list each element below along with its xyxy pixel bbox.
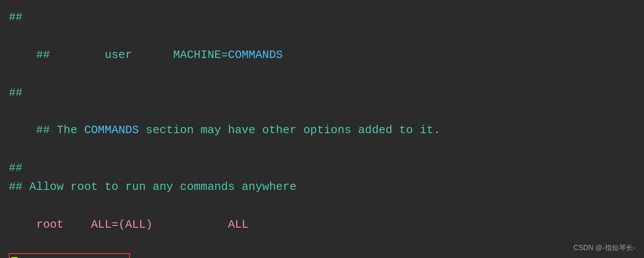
- commands-keyword: COMMANDS: [228, 48, 283, 62]
- watermark: CSDN @-指短琴长-: [573, 243, 635, 253]
- comment-the-prefix: ## The: [36, 124, 84, 137]
- comment-section: section may have other options added to …: [139, 124, 440, 137]
- comment-hash-2: ## user MACHINE=: [36, 48, 228, 62]
- line-8-lhy: HY ALL=(ALL) ALL 这就是我添加的内容: [9, 253, 635, 258]
- line-5: ##: [9, 159, 635, 178]
- lhy-text: HY: [18, 257, 38, 258]
- line-3: ##: [9, 84, 635, 102]
- root-all: ALL=(ALL) ALL: [91, 218, 248, 231]
- root-keyword: root: [36, 218, 91, 231]
- annotation-text: 这就是我添加的内容: [213, 255, 300, 258]
- line-1: ##: [9, 8, 635, 27]
- lhy-all: ALL=(ALL) ALL: [38, 257, 127, 258]
- line-7: root ALL=(ALL) ALL: [9, 196, 635, 253]
- line-4: ## The COMMANDS section may have other o…: [9, 102, 635, 159]
- lhy-highlighted-box: HY ALL=(ALL) ALL: [9, 253, 130, 258]
- line-6: ## Allow root to run any commands anywhe…: [9, 178, 635, 196]
- line-2: ## user MACHINE=COMMANDS: [9, 27, 635, 84]
- code-editor: ## ## user MACHINE=COMMANDS ## ## The CO…: [0, 0, 644, 258]
- commands-word: COMMANDS: [84, 124, 139, 137]
- annotation-arrow: 这就是我添加的内容: [156, 255, 300, 258]
